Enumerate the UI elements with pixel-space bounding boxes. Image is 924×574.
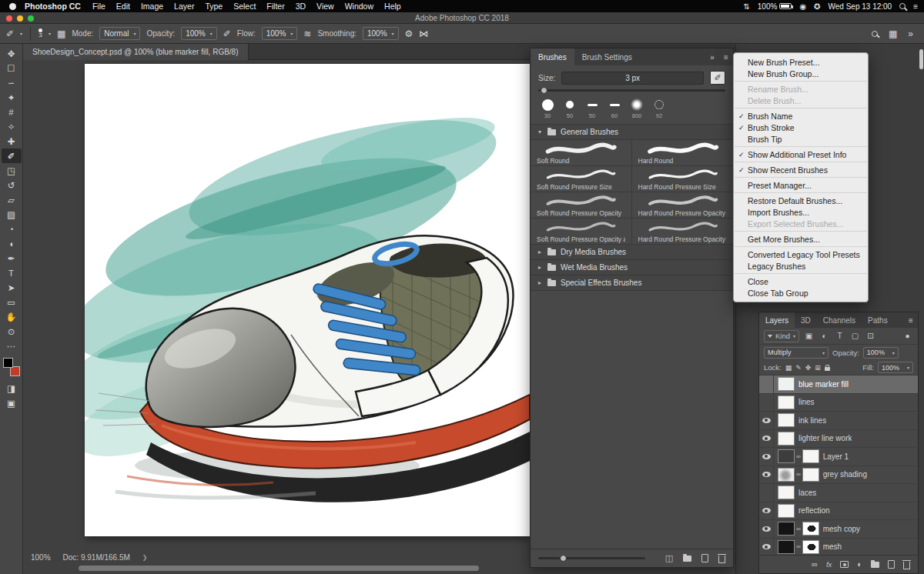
- layer-row-mesh[interactable]: ∞ mesh: [759, 539, 918, 556]
- pressure-opacity-icon[interactable]: ✐: [223, 28, 231, 39]
- layer-thumbnail[interactable]: [778, 450, 794, 462]
- menu-item-show-recent-brushes[interactable]: ✓Show Recent Brushes: [734, 164, 868, 175]
- clone-stamp-tool[interactable]: ◳: [2, 163, 22, 178]
- layer-style-icon[interactable]: fx: [826, 560, 832, 569]
- symmetry-icon[interactable]: ⋈: [419, 28, 428, 39]
- brush-settings-toggle-icon[interactable]: ▦: [57, 28, 65, 39]
- quick-mask-button[interactable]: ◨: [2, 381, 22, 395]
- screen-mode-button[interactable]: ▣: [2, 395, 22, 410]
- mask-link-icon[interactable]: ∞: [796, 526, 801, 532]
- layer-row-grey-shading[interactable]: ∞ grey shading: [759, 466, 918, 485]
- filter-smart-object-icon[interactable]: ⊡: [865, 332, 876, 340]
- opacity-select[interactable]: 100%▾: [181, 27, 217, 40]
- path-selection-tool[interactable]: ➤: [2, 280, 22, 295]
- brush-group-dry-media[interactable]: ▸ Dry Media Brushes: [531, 245, 733, 260]
- menu-image[interactable]: Image: [141, 2, 163, 11]
- layer-row-lines[interactable]: lines: [759, 394, 918, 412]
- layer-name[interactable]: lighter line work: [798, 434, 852, 442]
- brush-tip[interactable]: 50: [561, 98, 579, 119]
- panel-menu-icon[interactable]: ≡: [719, 48, 733, 65]
- layer-name[interactable]: mesh copy: [823, 525, 860, 533]
- history-brush-tool[interactable]: ↺: [2, 178, 22, 192]
- badge-icon[interactable]: ✪: [814, 2, 820, 11]
- spotlight-icon[interactable]: [899, 3, 906, 9]
- menu-file[interactable]: File: [92, 2, 105, 11]
- brush-size-slider[interactable]: [531, 87, 733, 95]
- menu-select[interactable]: Select: [233, 2, 256, 11]
- crop-tool[interactable]: #: [2, 105, 22, 119]
- layer-thumbnail[interactable]: [778, 469, 794, 481]
- delete-brush-button[interactable]: [718, 556, 725, 563]
- menu-item-preset-manager[interactable]: Preset Manager...: [734, 179, 868, 191]
- lasso-tool[interactable]: ∽: [2, 75, 22, 90]
- pen-pressure-size-icon[interactable]: ✐: [710, 71, 725, 85]
- chevron-right-icon[interactable]: ▸: [537, 264, 543, 271]
- menu-window[interactable]: Window: [345, 2, 373, 11]
- active-tool-icon[interactable]: ✐: [6, 28, 14, 39]
- lock-all-icon[interactable]: [825, 367, 830, 371]
- layer-visibility-toggle[interactable]: [759, 394, 774, 412]
- zoom-level-field[interactable]: 100%: [31, 553, 51, 562]
- layer-thumbnail[interactable]: [778, 414, 794, 426]
- layer-thumbnail[interactable]: [778, 432, 794, 445]
- layer-visibility-toggle[interactable]: [759, 412, 774, 429]
- menu-help[interactable]: Help: [384, 2, 401, 11]
- blend-mode-select[interactable]: Normal▾: [99, 27, 140, 40]
- minimize-button[interactable]: [17, 15, 23, 22]
- layer-row-ink-lines[interactable]: ink lines: [759, 412, 918, 430]
- tab-3d[interactable]: 3D: [795, 312, 817, 328]
- link-layers-icon[interactable]: ∞: [812, 560, 818, 569]
- status-popup-chevron-icon[interactable]: ❯: [142, 554, 148, 561]
- tab-layers[interactable]: Layers: [759, 312, 795, 328]
- layer-name[interactable]: reflection: [798, 506, 830, 515]
- brush-preset-hard-round-pressure-opacity-and[interactable]: Hard Round Pressure Opacity a...: [632, 219, 734, 245]
- layer-row-reflection[interactable]: reflection: [759, 502, 918, 521]
- dock-scrollbar-thumb[interactable]: [919, 49, 923, 69]
- layer-visibility-toggle[interactable]: [759, 448, 774, 466]
- status-dot-icon[interactable]: ◉: [799, 2, 806, 11]
- mask-link-icon[interactable]: ∞: [796, 471, 801, 478]
- layer-row-blue-marker-fill[interactable]: blue marker fill: [759, 375, 918, 394]
- dock-collapse-icon[interactable]: »: [908, 28, 913, 39]
- menu-item-show-additional-preset-info[interactable]: ✓Show Additional Preset Info: [734, 149, 868, 160]
- flow-select[interactable]: 100%▾: [262, 27, 298, 40]
- workspace-icon[interactable]: ▦: [889, 28, 897, 39]
- layer-thumbnail[interactable]: [778, 486, 794, 499]
- layer-row-laces[interactable]: laces: [759, 484, 918, 502]
- filter-toggle-icon[interactable]: ●: [902, 332, 913, 340]
- layer-thumbnail[interactable]: [778, 541, 794, 553]
- brush-preset-soft-round-pressure-size[interactable]: Soft Round Pressure Size: [531, 166, 632, 192]
- size-value-field[interactable]: 3 px: [561, 72, 704, 85]
- layer-name[interactable]: blue marker fill: [798, 380, 849, 389]
- brush-preset-hard-round-pressure-opacity[interactable]: Hard Round Pressure Opacity: [632, 192, 734, 219]
- edit-toolbar-button[interactable]: ⋯: [2, 339, 22, 353]
- layer-visibility-toggle[interactable]: [759, 520, 774, 538]
- layer-row-mesh-copy[interactable]: ∞ mesh copy: [759, 520, 918, 539]
- dodge-tool[interactable]: ◖: [2, 236, 22, 251]
- chevron-right-icon[interactable]: ▸: [537, 279, 543, 286]
- brush-tip[interactable]: 92: [650, 98, 668, 119]
- layer-row-layer-1[interactable]: ∞ Layer 1: [759, 448, 918, 466]
- quick-selection-tool[interactable]: ✦: [2, 90, 22, 105]
- layer-blend-mode-select[interactable]: Multiply▾: [764, 347, 829, 359]
- apple-menu-icon[interactable]: [9, 3, 16, 10]
- layer-visibility-toggle[interactable]: [759, 502, 774, 520]
- gradient-tool[interactable]: ▨: [2, 207, 22, 222]
- layer-thumbnail[interactable]: [778, 522, 794, 535]
- layer-mask-thumbnail[interactable]: [803, 469, 819, 481]
- layer-thumbnail[interactable]: [778, 378, 794, 390]
- notification-center-icon[interactable]: ≡: [913, 2, 918, 11]
- menubar-clock[interactable]: Wed Sep 13 12:00: [829, 2, 892, 11]
- delete-layer-icon[interactable]: [903, 562, 910, 569]
- chevron-down-icon[interactable]: ▾: [537, 128, 543, 135]
- menu-item-restore-default-brushes[interactable]: Restore Default Brushes...: [734, 195, 868, 206]
- brush-preset-soft-round[interactable]: Soft Round: [531, 140, 632, 166]
- layer-name[interactable]: grey shading: [823, 470, 867, 479]
- new-group-button[interactable]: [683, 556, 691, 562]
- layer-name[interactable]: mesh: [823, 542, 842, 551]
- layer-visibility-toggle[interactable]: [759, 539, 774, 556]
- brush-preset-hard-round[interactable]: Hard Round: [632, 140, 734, 166]
- eraser-tool[interactable]: ▱: [2, 192, 22, 207]
- artboard[interactable]: [85, 64, 530, 536]
- layer-visibility-toggle[interactable]: [759, 375, 774, 393]
